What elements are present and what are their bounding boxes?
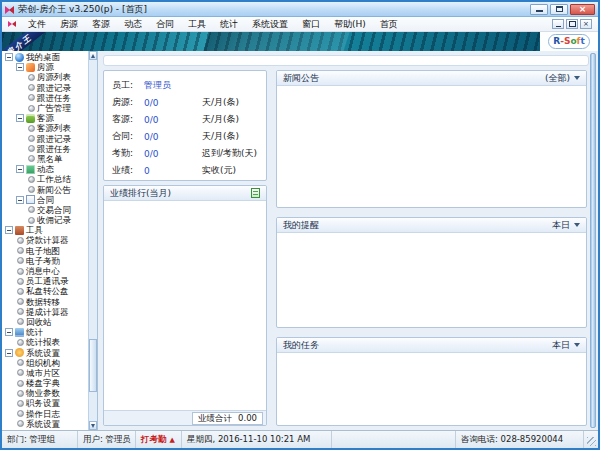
tree-node[interactable]: 客源列表 xyxy=(2,123,88,133)
tree-node[interactable]: 系统设置 xyxy=(2,347,88,357)
export-excel-icon[interactable] xyxy=(251,188,260,198)
tree-node[interactable]: 房源 xyxy=(2,62,88,72)
tree-node[interactable]: 回收站 xyxy=(2,317,88,327)
tree-scrollbar[interactable] xyxy=(88,51,97,430)
reminders-filter-dropdown[interactable]: 本日 xyxy=(552,219,580,232)
tree-node[interactable]: 职务设置 xyxy=(2,398,88,408)
tree-node[interactable]: 物业参数 xyxy=(2,388,88,398)
tree-node[interactable]: 员工通讯录 xyxy=(2,276,88,286)
tree-node[interactable]: 工具 xyxy=(2,225,88,235)
vertical-scrollbar[interactable] xyxy=(590,53,596,428)
tree-node[interactable]: 跟进记录 xyxy=(2,83,88,93)
menu-item[interactable]: 窗口 xyxy=(295,17,327,32)
tree-node-label: 广告管理 xyxy=(37,103,71,113)
tree-node[interactable]: 交易合同 xyxy=(2,205,88,215)
close-button[interactable]: × xyxy=(570,4,595,15)
attendance-button[interactable]: 打考勤 ▲ xyxy=(136,431,182,448)
tree-node[interactable]: 合同 xyxy=(2,195,88,205)
menu-item[interactable]: 工具 xyxy=(181,17,213,32)
tree-node[interactable]: 提成计算器 xyxy=(2,307,88,317)
tree-node[interactable]: 新闻公告 xyxy=(2,184,88,194)
tree-node-label: 新闻公告 xyxy=(37,185,71,195)
tree-node[interactable]: 数据转移 xyxy=(2,297,88,307)
collapse-icon[interactable] xyxy=(16,196,24,204)
tree-node[interactable]: 私盘转公盘 xyxy=(2,286,88,296)
tree-node[interactable]: 工作总结 xyxy=(2,174,88,184)
tree-node[interactable]: 黑名单 xyxy=(2,154,88,164)
ranking-total-value: 0.00 xyxy=(238,413,257,424)
tree-node-label: 组织机构 xyxy=(26,358,60,368)
tree-node[interactable]: 收佣记录 xyxy=(2,215,88,225)
menu-item[interactable]: 客源 xyxy=(85,17,117,32)
stat-unit: 实收(元) xyxy=(202,164,236,177)
tree-node[interactable]: 跟进记录 xyxy=(2,134,88,144)
minimize-button[interactable] xyxy=(530,4,548,15)
scrollbar-thumb[interactable] xyxy=(89,339,97,392)
tree-node[interactable]: 跟进任务 xyxy=(2,144,88,154)
tree-node[interactable]: 电子考勤 xyxy=(2,256,88,266)
collapse-icon[interactable] xyxy=(5,349,13,357)
tree-node[interactable]: 贷款计算器 xyxy=(2,235,88,245)
reminders-filter-value: 本日 xyxy=(552,219,570,232)
stat-label: 员工: xyxy=(112,79,144,92)
tree-node[interactable]: 房源列表 xyxy=(2,72,88,82)
collapse-icon[interactable] xyxy=(16,165,24,173)
menu-item[interactable]: 房源 xyxy=(53,17,85,32)
menu-item[interactable]: 统计 xyxy=(213,17,245,32)
tree-node[interactable]: 电子地图 xyxy=(2,246,88,256)
tree-node-label: 我的桌面 xyxy=(26,52,60,62)
stat-value[interactable]: 0/0 xyxy=(144,132,202,142)
news-filter-dropdown[interactable]: (全部) xyxy=(545,72,580,85)
collapse-icon[interactable] xyxy=(5,328,13,336)
chevron-down-icon xyxy=(574,76,580,80)
stat-value[interactable]: 0/0 xyxy=(144,115,202,125)
resize-grip[interactable] xyxy=(584,431,598,448)
tree-node-label: 系统设置 xyxy=(26,419,60,429)
tree-node[interactable]: 消息中心 xyxy=(2,266,88,276)
menu-item[interactable]: 首页 xyxy=(373,17,405,32)
maximize-button[interactable] xyxy=(550,4,568,15)
mdi-minimize-icon xyxy=(556,26,561,27)
house-icon xyxy=(26,63,35,72)
menu-item[interactable]: 系统设置 xyxy=(245,17,295,32)
tree-node-label: 回收站 xyxy=(26,317,52,327)
tree-node[interactable]: 统计 xyxy=(2,327,88,337)
tree-node[interactable]: 动态 xyxy=(2,164,88,174)
tree-node-label: 收佣记录 xyxy=(37,215,71,225)
menu-logo-icon xyxy=(8,20,16,28)
menu-item[interactable]: 动态 xyxy=(117,17,149,32)
stat-value[interactable]: 0 xyxy=(144,166,202,176)
tree-node[interactable]: 跟进任务 xyxy=(2,93,88,103)
tree-node[interactable]: 组织机构 xyxy=(2,358,88,368)
stat-value[interactable]: 管理员 xyxy=(144,79,202,92)
menu-item[interactable]: 合同 xyxy=(149,17,181,32)
tree-node-icon xyxy=(17,298,24,305)
tree-node[interactable]: 我的桌面 xyxy=(2,52,88,62)
collapse-icon[interactable] xyxy=(16,114,24,122)
mdi-close-button[interactable]: × xyxy=(580,19,592,29)
menu-item[interactable]: 帮助(H) xyxy=(327,17,373,32)
collapse-icon[interactable] xyxy=(5,53,13,61)
scroll-up-button[interactable] xyxy=(89,51,97,60)
scroll-down-button[interactable] xyxy=(89,421,97,430)
collapse-icon[interactable] xyxy=(16,63,24,71)
tree-node[interactable]: 统计报表 xyxy=(2,337,88,347)
tree-node[interactable]: 城市片区 xyxy=(2,368,88,378)
mdi-minimize-button[interactable] xyxy=(552,19,564,29)
tree-node[interactable]: 操作日志 xyxy=(2,409,88,419)
tree-node-label: 动态 xyxy=(37,164,54,174)
banner-building-image: 房介王 xyxy=(2,32,540,51)
tree-node-label: 数据转移 xyxy=(26,297,60,307)
mdi-restore-button[interactable] xyxy=(566,19,578,29)
performance-ranking-panel: 业绩排行(当月) 业绩合计 0.00 xyxy=(103,185,267,426)
tree-node[interactable]: 广告管理 xyxy=(2,103,88,113)
collapse-icon[interactable] xyxy=(5,226,13,234)
stat-label: 合同: xyxy=(112,130,144,143)
tree-node[interactable]: 楼盘字典 xyxy=(2,378,88,388)
stat-value[interactable]: 0/0 xyxy=(144,98,202,108)
tree-node[interactable]: 系统设置 xyxy=(2,419,88,429)
menu-item[interactable]: 文件 xyxy=(21,17,53,32)
tasks-filter-dropdown[interactable]: 本日 xyxy=(552,339,580,352)
tree-node[interactable]: 客源 xyxy=(2,113,88,123)
stat-value[interactable]: 0/0 xyxy=(144,149,202,159)
